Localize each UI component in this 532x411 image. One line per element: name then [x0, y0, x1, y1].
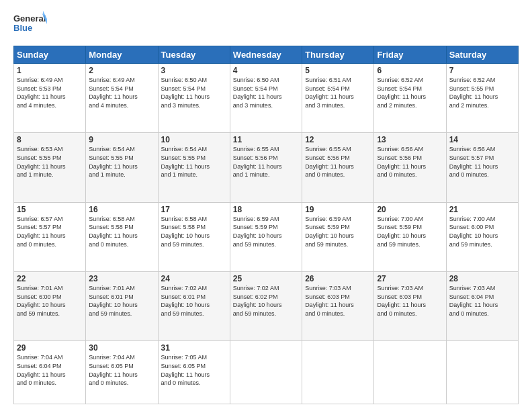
day-number: 19 [305, 205, 371, 214]
day-info: Sunrise: 6:55 AM Sunset: 5:56 PM Dayligh… [233, 145, 299, 179]
calendar-table: SundayMondayTuesdayWednesdayThursdayFrid… [13, 46, 519, 404]
calendar-cell [302, 341, 374, 404]
calendar-cell: 9Sunrise: 6:54 AM Sunset: 5:55 PM Daylig… [86, 133, 158, 202]
day-info: Sunrise: 6:53 AM Sunset: 5:55 PM Dayligh… [17, 145, 83, 179]
calendar-cell: 28Sunrise: 7:03 AM Sunset: 6:04 PM Dayli… [446, 272, 518, 341]
day-number: 26 [305, 274, 371, 283]
calendar-cell: 13Sunrise: 6:56 AM Sunset: 5:56 PM Dayli… [374, 133, 446, 202]
calendar-cell: 19Sunrise: 6:59 AM Sunset: 5:59 PM Dayli… [302, 202, 374, 271]
day-number: 1 [17, 66, 83, 75]
day-header-monday: Monday [86, 46, 158, 64]
calendar-cell: 16Sunrise: 6:58 AM Sunset: 5:58 PM Dayli… [86, 202, 158, 271]
calendar-header-row: SundayMondayTuesdayWednesdayThursdayFrid… [14, 46, 519, 64]
day-number: 21 [449, 205, 515, 214]
calendar-cell: 14Sunrise: 6:56 AM Sunset: 5:57 PM Dayli… [446, 133, 518, 202]
day-number: 27 [377, 274, 443, 283]
logo: General Blue [13, 11, 47, 39]
day-info: Sunrise: 6:52 AM Sunset: 5:55 PM Dayligh… [449, 76, 515, 109]
day-header-tuesday: Tuesday [158, 46, 230, 64]
day-number: 11 [233, 135, 299, 144]
calendar-cell: 6Sunrise: 6:52 AM Sunset: 5:54 PM Daylig… [374, 64, 446, 133]
day-info: Sunrise: 7:01 AM Sunset: 6:01 PM Dayligh… [89, 284, 154, 318]
calendar-week-1: 1Sunrise: 6:49 AM Sunset: 5:53 PM Daylig… [14, 64, 519, 133]
day-info: Sunrise: 6:54 AM Sunset: 5:55 PM Dayligh… [161, 145, 227, 179]
day-number: 16 [89, 205, 154, 214]
day-info: Sunrise: 6:50 AM Sunset: 5:54 PM Dayligh… [233, 76, 299, 109]
calendar-cell: 2Sunrise: 6:49 AM Sunset: 5:54 PM Daylig… [86, 64, 158, 133]
calendar-cell: 1Sunrise: 6:49 AM Sunset: 5:53 PM Daylig… [14, 64, 86, 133]
calendar-cell: 26Sunrise: 7:03 AM Sunset: 6:03 PM Dayli… [302, 272, 374, 341]
calendar-cell: 8Sunrise: 6:53 AM Sunset: 5:55 PM Daylig… [14, 133, 86, 202]
day-number: 6 [377, 66, 443, 75]
svg-text:Blue: Blue [13, 23, 32, 33]
calendar-cell: 30Sunrise: 7:04 AM Sunset: 6:05 PM Dayli… [86, 341, 158, 404]
day-info: Sunrise: 6:59 AM Sunset: 5:59 PM Dayligh… [305, 215, 371, 248]
day-number: 30 [89, 343, 154, 353]
day-info: Sunrise: 6:49 AM Sunset: 5:53 PM Dayligh… [17, 76, 83, 109]
day-info: Sunrise: 7:05 AM Sunset: 6:05 PM Dayligh… [161, 353, 227, 387]
day-number: 2 [89, 66, 154, 75]
calendar-cell: 24Sunrise: 7:02 AM Sunset: 6:01 PM Dayli… [158, 272, 230, 341]
calendar-cell [446, 341, 518, 404]
header: General Blue [13, 11, 519, 39]
day-number: 14 [449, 135, 515, 144]
calendar-cell [374, 341, 446, 404]
calendar-cell: 23Sunrise: 7:01 AM Sunset: 6:01 PM Dayli… [86, 272, 158, 341]
calendar-cell: 5Sunrise: 6:51 AM Sunset: 5:54 PM Daylig… [302, 64, 374, 133]
day-info: Sunrise: 6:55 AM Sunset: 5:56 PM Dayligh… [305, 145, 371, 179]
day-header-friday: Friday [374, 46, 446, 64]
calendar-week-4: 22Sunrise: 7:01 AM Sunset: 6:00 PM Dayli… [14, 272, 519, 341]
day-header-sunday: Sunday [14, 46, 86, 64]
day-info: Sunrise: 7:00 AM Sunset: 5:59 PM Dayligh… [377, 215, 443, 248]
calendar-week-5: 29Sunrise: 7:04 AM Sunset: 6:04 PM Dayli… [14, 341, 519, 404]
day-number: 7 [449, 66, 515, 75]
page: General Blue SundayMondayTuesdayWednesda… [0, 0, 532, 411]
day-number: 13 [377, 135, 443, 144]
calendar-cell: 17Sunrise: 6:58 AM Sunset: 5:58 PM Dayli… [158, 202, 230, 271]
calendar-cell: 18Sunrise: 6:59 AM Sunset: 5:59 PM Dayli… [230, 202, 302, 271]
day-number: 25 [233, 274, 299, 283]
day-header-wednesday: Wednesday [230, 46, 302, 64]
day-number: 12 [305, 135, 371, 144]
day-info: Sunrise: 7:03 AM Sunset: 6:03 PM Dayligh… [377, 284, 443, 318]
day-info: Sunrise: 6:52 AM Sunset: 5:54 PM Dayligh… [377, 76, 443, 109]
day-info: Sunrise: 6:51 AM Sunset: 5:54 PM Dayligh… [305, 76, 371, 109]
calendar-cell: 4Sunrise: 6:50 AM Sunset: 5:54 PM Daylig… [230, 64, 302, 133]
day-number: 18 [233, 205, 299, 214]
calendar-cell: 21Sunrise: 7:00 AM Sunset: 6:00 PM Dayli… [446, 202, 518, 271]
day-info: Sunrise: 6:56 AM Sunset: 5:56 PM Dayligh… [377, 145, 443, 179]
day-number: 3 [161, 66, 227, 75]
calendar-cell: 7Sunrise: 6:52 AM Sunset: 5:55 PM Daylig… [446, 64, 518, 133]
day-info: Sunrise: 7:02 AM Sunset: 6:01 PM Dayligh… [161, 284, 227, 318]
day-info: Sunrise: 6:57 AM Sunset: 5:57 PM Dayligh… [17, 215, 83, 248]
day-info: Sunrise: 7:02 AM Sunset: 6:02 PM Dayligh… [233, 284, 299, 318]
day-number: 29 [17, 343, 83, 353]
calendar-cell: 10Sunrise: 6:54 AM Sunset: 5:55 PM Dayli… [158, 133, 230, 202]
day-info: Sunrise: 7:00 AM Sunset: 6:00 PM Dayligh… [449, 215, 515, 248]
calendar-cell: 12Sunrise: 6:55 AM Sunset: 5:56 PM Dayli… [302, 133, 374, 202]
day-number: 5 [305, 66, 371, 75]
calendar-body: 1Sunrise: 6:49 AM Sunset: 5:53 PM Daylig… [14, 64, 519, 404]
day-info: Sunrise: 6:58 AM Sunset: 5:58 PM Dayligh… [89, 215, 154, 248]
day-info: Sunrise: 6:49 AM Sunset: 5:54 PM Dayligh… [89, 76, 154, 109]
day-info: Sunrise: 7:04 AM Sunset: 6:04 PM Dayligh… [17, 353, 83, 387]
svg-text:General: General [13, 13, 46, 24]
calendar-cell: 20Sunrise: 7:00 AM Sunset: 5:59 PM Dayli… [374, 202, 446, 271]
day-info: Sunrise: 7:01 AM Sunset: 6:00 PM Dayligh… [17, 284, 83, 318]
day-number: 4 [233, 66, 299, 75]
calendar-cell: 29Sunrise: 7:04 AM Sunset: 6:04 PM Dayli… [14, 341, 86, 404]
logo-svg: General Blue [13, 11, 47, 39]
calendar-cell: 15Sunrise: 6:57 AM Sunset: 5:57 PM Dayli… [14, 202, 86, 271]
calendar-week-2: 8Sunrise: 6:53 AM Sunset: 5:55 PM Daylig… [14, 133, 519, 202]
day-number: 9 [89, 135, 154, 144]
calendar-cell: 22Sunrise: 7:01 AM Sunset: 6:00 PM Dayli… [14, 272, 86, 341]
day-number: 8 [17, 135, 83, 144]
calendar-cell: 31Sunrise: 7:05 AM Sunset: 6:05 PM Dayli… [158, 341, 230, 404]
day-number: 22 [17, 274, 83, 283]
day-info: Sunrise: 7:03 AM Sunset: 6:04 PM Dayligh… [449, 284, 515, 318]
calendar-cell: 27Sunrise: 7:03 AM Sunset: 6:03 PM Dayli… [374, 272, 446, 341]
day-info: Sunrise: 6:50 AM Sunset: 5:54 PM Dayligh… [161, 76, 227, 109]
day-number: 28 [449, 274, 515, 283]
day-info: Sunrise: 6:58 AM Sunset: 5:58 PM Dayligh… [161, 215, 227, 248]
day-number: 10 [161, 135, 227, 144]
